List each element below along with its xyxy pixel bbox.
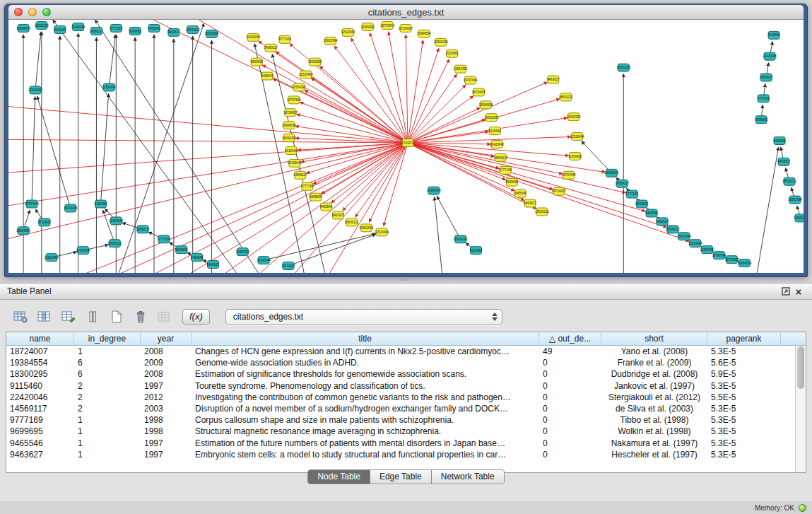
edit-table-icon[interactable] bbox=[58, 308, 79, 326]
memory-status-indicator[interactable] bbox=[799, 504, 806, 512]
table-row[interactable]: 1872400712008Changes of HCN gene express… bbox=[6, 346, 806, 357]
graph-node[interactable]: 18300295 bbox=[484, 114, 498, 122]
column-header-in_degree[interactable]: in_degree bbox=[74, 332, 141, 345]
graph-node[interactable]: 12520464 bbox=[28, 86, 42, 94]
graph-node[interactable]: 18530212 bbox=[559, 93, 573, 101]
delete-column-icon[interactable] bbox=[130, 308, 151, 326]
graph-node[interactable]: 9465546 bbox=[261, 72, 273, 80]
graph-edge-red[interactable] bbox=[408, 143, 536, 209]
graph-node[interactable]: 12520464 bbox=[794, 214, 804, 222]
graph-edge-red[interactable] bbox=[408, 143, 563, 174]
graph-node[interactable]: 18724007 bbox=[283, 109, 298, 117]
graph-node[interactable]: 19384554 bbox=[737, 259, 751, 267]
graph-node[interactable]: 12520464 bbox=[299, 71, 313, 78]
import-table-icon[interactable] bbox=[154, 308, 175, 326]
table-vertical-scrollbar[interactable] bbox=[795, 346, 806, 472]
graph-node[interactable]: 18530212 bbox=[666, 226, 680, 233]
graph-node[interactable]: 19384554 bbox=[427, 187, 441, 194]
graph-edge-black[interactable] bbox=[582, 141, 612, 173]
graph-node[interactable]: 19384554 bbox=[16, 227, 30, 235]
graph-node[interactable]: 11554392 bbox=[102, 83, 117, 91]
graph-node[interactable]: 9777169 bbox=[158, 235, 170, 243]
graph-node[interactable]: 9699695 bbox=[310, 193, 322, 201]
close-window-button[interactable] bbox=[14, 8, 23, 16]
graph-edge-black[interactable] bbox=[102, 210, 114, 243]
graph-node[interactable]: 14569117 bbox=[264, 44, 278, 52]
graph-node[interactable]: 9465546 bbox=[148, 24, 160, 32]
graph-node[interactable]: 18300295 bbox=[35, 21, 49, 29]
table-row[interactable]: 1456911722003Disruption of a novel membe… bbox=[6, 403, 806, 414]
window-titlebar[interactable]: citations_edges.txt bbox=[8, 5, 804, 20]
graph-node[interactable]: 18300295 bbox=[454, 235, 468, 243]
graph-node[interactable]: 9115460 bbox=[470, 247, 483, 255]
table-row[interactable]: 2242004622012Investigating the contribut… bbox=[6, 392, 806, 403]
graph-edge-red[interactable] bbox=[8, 143, 408, 209]
graph-node[interactable]: 14569117 bbox=[136, 226, 150, 233]
graph-edge-black[interactable] bbox=[109, 35, 115, 88]
graph-node[interactable]: 18300295 bbox=[282, 134, 296, 142]
graph-node[interactable]: 18530212 bbox=[782, 177, 796, 185]
graph-edge-black[interactable] bbox=[53, 20, 243, 273]
graph-node[interactable]: 9777169 bbox=[626, 190, 639, 198]
column-header-pagerank[interactable]: pagerank bbox=[707, 332, 781, 345]
graph-node[interactable]: 19384554 bbox=[16, 24, 30, 32]
graph-node[interactable]: 16932994 bbox=[788, 196, 802, 204]
graph-edge-red[interactable] bbox=[8, 139, 408, 143]
graph-hub-node[interactable]: 1724074 bbox=[401, 139, 414, 147]
graph-node[interactable]: 12520464 bbox=[341, 28, 355, 36]
graph-node[interactable]: 16932994 bbox=[567, 113, 581, 121]
graph-node[interactable]: 11554392 bbox=[700, 246, 714, 254]
graph-edge-red[interactable] bbox=[300, 103, 408, 144]
graph-node[interactable]: 18724007 bbox=[399, 24, 413, 32]
graph-edge-black[interactable] bbox=[95, 20, 264, 273]
graph-node[interactable]: 9115460 bbox=[54, 25, 66, 33]
graph-node[interactable]: 18724007 bbox=[281, 262, 295, 270]
column-header-year[interactable]: year bbox=[141, 332, 192, 345]
graph-node[interactable]: 9463627 bbox=[777, 158, 790, 165]
graph-edge-black[interactable] bbox=[755, 147, 778, 273]
column-header-short[interactable]: short bbox=[601, 332, 707, 345]
graph-node[interactable]: 9465546 bbox=[320, 203, 333, 211]
graph-node[interactable]: 18530212 bbox=[107, 240, 122, 247]
graph-node[interactable]: 19797844 bbox=[257, 257, 271, 264]
graph-node[interactable]: 12520464 bbox=[45, 254, 59, 262]
graph-node[interactable]: 9463627 bbox=[332, 211, 345, 219]
graph-edge-black[interactable] bbox=[437, 196, 460, 239]
graph-node[interactable]: 18724007 bbox=[552, 187, 566, 195]
graph-node[interactable]: 22420046 bbox=[71, 23, 86, 30]
graph-node[interactable]: 14569117 bbox=[616, 180, 630, 187]
graph-node[interactable]: 9463627 bbox=[656, 218, 669, 226]
graph-node[interactable]: 22420046 bbox=[246, 33, 260, 41]
graph-edge-red[interactable] bbox=[408, 143, 689, 241]
graph-node[interactable]: 9115460 bbox=[446, 49, 459, 57]
graph-node[interactable]: 11554392 bbox=[568, 152, 582, 160]
graph-node[interactable]: 9463627 bbox=[524, 199, 536, 207]
graph-node[interactable]: 9699695 bbox=[129, 27, 141, 35]
graph-node[interactable]: 22420046 bbox=[109, 217, 123, 225]
graph-node[interactable]: 22420046 bbox=[288, 159, 302, 167]
close-panel-icon[interactable]: × bbox=[792, 286, 805, 297]
graph-node[interactable]: 9465546 bbox=[773, 137, 786, 145]
tab-edge-table[interactable]: Edge Table bbox=[370, 470, 432, 484]
graph-node[interactable]: 18300295 bbox=[434, 38, 448, 46]
graph-edge-black[interactable] bbox=[435, 197, 443, 273]
float-window-icon[interactable] bbox=[779, 286, 792, 297]
graph-node[interactable]: 9777169 bbox=[301, 182, 314, 190]
graph-node[interactable]: 22420046 bbox=[604, 169, 618, 177]
minimize-window-button[interactable] bbox=[28, 8, 37, 16]
scrollbar-thumb[interactable] bbox=[797, 346, 804, 389]
graph-node[interactable]: 11554392 bbox=[361, 23, 375, 30]
table-row[interactable]: 946554611997Estimation of the future num… bbox=[6, 438, 806, 449]
panel-divider-handle[interactable] bbox=[400, 279, 411, 282]
tab-node-table[interactable]: Node Table bbox=[308, 470, 370, 484]
graph-edge-red[interactable] bbox=[389, 32, 408, 143]
graph-node[interactable]: 18300295 bbox=[64, 204, 78, 212]
graph-node[interactable]: 19797844 bbox=[380, 21, 394, 29]
graph-node[interactable]: 9463627 bbox=[207, 261, 220, 269]
graph-node[interactable]: 18300295 bbox=[616, 64, 630, 71]
graph-edge-red[interactable] bbox=[408, 96, 473, 143]
show-columns-icon[interactable] bbox=[34, 308, 55, 326]
zoom-window-button[interactable] bbox=[42, 8, 51, 16]
graph-edge-red[interactable] bbox=[60, 143, 408, 273]
graph-node[interactable]: 9777169 bbox=[278, 35, 291, 43]
